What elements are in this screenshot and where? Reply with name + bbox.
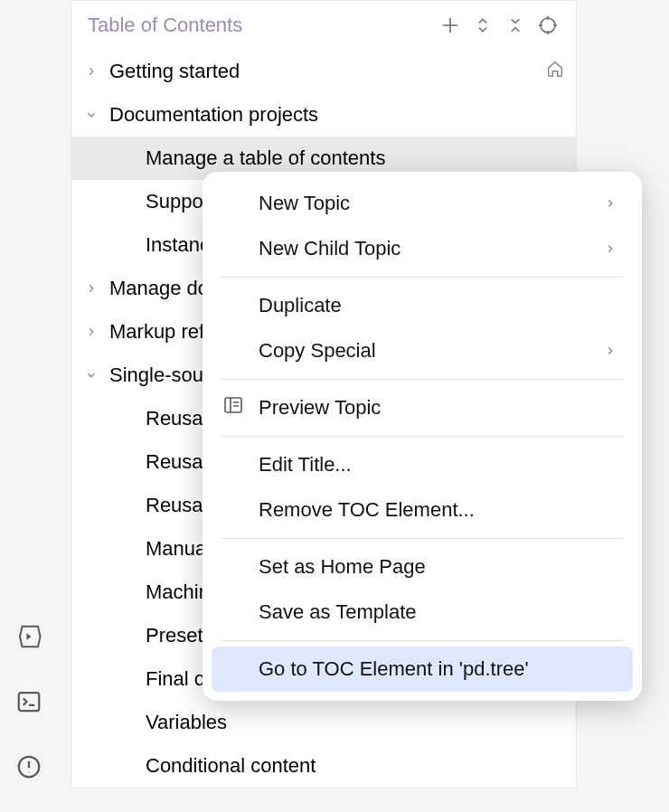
menu-item[interactable]: Remove TOC Element... — [212, 487, 633, 533]
menu-item[interactable]: Save as Template — [212, 590, 633, 635]
menu-item[interactable]: Copy Special — [212, 328, 633, 373]
services-icon[interactable] — [13, 620, 45, 653]
menu-item[interactable]: Preview Topic — [212, 385, 633, 430]
chevron-placeholder — [118, 496, 137, 515]
problems-icon[interactable] — [13, 751, 45, 783]
tree-item[interactable]: Conditional content — [71, 744, 576, 788]
tree-item[interactable]: Getting started — [71, 50, 576, 93]
menu-separator — [221, 538, 624, 539]
tree-item-label: Manage a table of contents — [146, 146, 385, 170]
menu-item-label: Copy Special — [259, 339, 376, 363]
menu-item-label: Go to TOC Element in 'pd.tree' — [259, 657, 529, 681]
chevron-right-icon[interactable] — [82, 62, 100, 80]
chevron-placeholder — [118, 713, 137, 732]
menu-item[interactable]: Set as Home Page — [212, 544, 633, 590]
svg-point-3 — [541, 18, 555, 33]
chevron-placeholder — [118, 410, 137, 428]
collapse-all-icon[interactable] — [504, 14, 527, 37]
svg-rect-4 — [225, 398, 241, 412]
menu-item-label: Preview Topic — [259, 396, 381, 420]
chevron-placeholder — [118, 236, 137, 254]
preview-icon — [222, 394, 244, 421]
chevron-down-icon[interactable] — [82, 366, 100, 384]
tree-item-label: Getting started — [109, 60, 240, 83]
chevron-placeholder — [118, 149, 137, 167]
chevron-placeholder — [118, 670, 137, 688]
menu-item-label: Set as Home Page — [259, 555, 426, 579]
tree-item-label: Documentation projects — [109, 103, 318, 127]
context-menu: New TopicNew Child TopicDuplicateCopy Sp… — [203, 172, 642, 701]
terminal-icon[interactable] — [13, 685, 45, 718]
chevron-placeholder — [118, 453, 137, 471]
chevron-placeholder — [118, 583, 137, 601]
chevron-placeholder — [118, 193, 137, 211]
menu-item[interactable]: New Topic — [212, 181, 633, 226]
menu-item-label: Save as Template — [259, 600, 416, 624]
menu-item-label: Remove TOC Element... — [259, 498, 475, 522]
menu-separator — [221, 277, 624, 278]
chevron-right-icon — [604, 339, 617, 363]
chevron-right-icon — [604, 192, 617, 215]
chevron-right-icon[interactable] — [82, 279, 100, 297]
menu-separator — [221, 379, 624, 380]
chevron-right-icon — [604, 237, 617, 260]
tree-item[interactable]: Variables — [71, 701, 576, 744]
tree-item[interactable]: Documentation projects — [71, 93, 576, 137]
chevron-placeholder — [118, 627, 137, 645]
menu-item[interactable]: Edit Title... — [212, 442, 633, 487]
tree-item-label: Variables — [146, 711, 227, 734]
toc-header: Table of Contents — [71, 1, 576, 50]
menu-item-label: Edit Title... — [259, 453, 352, 477]
menu-item-label: New Child Topic — [259, 237, 400, 260]
menu-item-label: Duplicate — [259, 294, 342, 317]
menu-separator — [221, 436, 624, 437]
panel-title: Table of Contents — [88, 14, 429, 37]
target-icon[interactable] — [536, 14, 560, 37]
chevron-placeholder — [118, 757, 137, 775]
menu-item[interactable]: Go to TOC Element in 'pd.tree' — [212, 647, 633, 692]
home-icon — [545, 59, 565, 84]
expand-collapse-icon[interactable] — [471, 14, 495, 37]
menu-item[interactable]: New Child Topic — [212, 226, 633, 271]
chevron-placeholder — [118, 540, 137, 558]
menu-separator — [221, 640, 624, 641]
svg-rect-1 — [19, 693, 40, 711]
menu-item[interactable]: Duplicate — [212, 283, 633, 328]
menu-item-label: New Topic — [259, 192, 350, 215]
add-icon[interactable] — [438, 14, 462, 37]
chevron-down-icon[interactable] — [82, 106, 100, 124]
tree-item-label: Conditional content — [146, 754, 316, 778]
chevron-right-icon[interactable] — [82, 323, 100, 341]
